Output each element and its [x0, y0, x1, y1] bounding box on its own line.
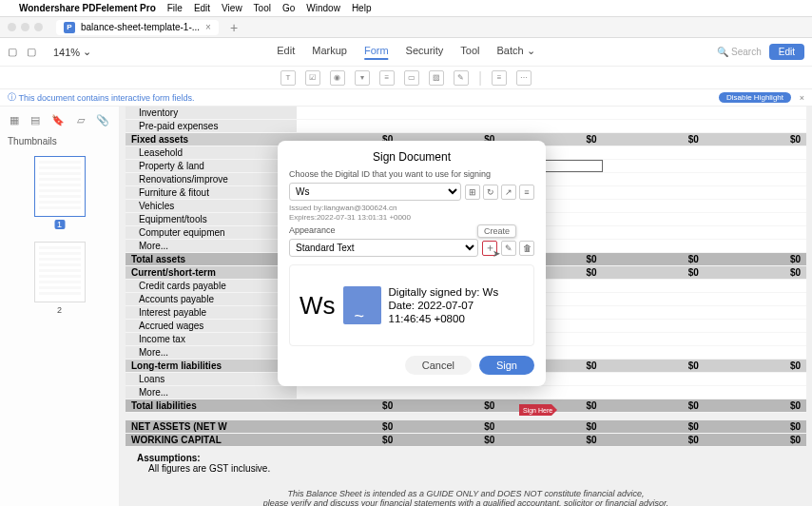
zoom-dropdown[interactable]: 141% ⌄: [53, 46, 91, 58]
menu-help[interactable]: Help: [352, 3, 372, 13]
edit-button[interactable]: Edit: [769, 44, 804, 60]
menu-tool[interactable]: Tool: [254, 3, 271, 13]
cell[interactable]: [297, 120, 398, 132]
cell[interactable]: [705, 213, 806, 225]
disable-highlight-button[interactable]: Disable Highlight: [719, 92, 791, 103]
cell[interactable]: [705, 386, 806, 399]
radio-tool-icon[interactable]: ◉: [330, 70, 345, 86]
menu-view[interactable]: View: [222, 3, 242, 13]
id-list-icon[interactable]: ≡: [519, 185, 534, 200]
close-notice-icon[interactable]: ×: [800, 93, 804, 103]
digital-id-select[interactable]: Ws: [289, 183, 461, 201]
cell[interactable]: [398, 386, 500, 399]
sign-here-arrow[interactable]: Sign Here: [519, 404, 557, 416]
tab-security[interactable]: Security: [406, 45, 444, 60]
appearance-edit-icon[interactable]: ✎: [501, 241, 516, 256]
cell[interactable]: [500, 107, 602, 119]
checkbox-tool-icon[interactable]: ☑: [305, 70, 320, 86]
cell[interactable]: [705, 320, 806, 332]
create-appearance-button[interactable]: ＋ Create ➤: [482, 241, 497, 256]
image-tool-icon[interactable]: ▨: [429, 70, 444, 86]
cell[interactable]: [705, 120, 806, 132]
cell[interactable]: [705, 280, 806, 292]
signature-name: Ws: [300, 291, 336, 321]
cell[interactable]: [500, 120, 602, 132]
cell[interactable]: [705, 346, 806, 359]
cell[interactable]: [603, 293, 705, 305]
cell[interactable]: [603, 306, 705, 319]
id-refresh-icon[interactable]: ↻: [483, 185, 498, 200]
cell[interactable]: [398, 120, 500, 132]
tab-form[interactable]: Form: [364, 45, 389, 60]
cell[interactable]: [705, 146, 806, 159]
secondary-panel-icon[interactable]: ▢: [27, 46, 36, 58]
cell[interactable]: [603, 200, 705, 212]
combobox-tool-icon[interactable]: ▾: [355, 70, 370, 86]
more-tool-icon[interactable]: ⋯: [516, 70, 532, 86]
attachments-icon[interactable]: 📎: [96, 114, 109, 126]
cell[interactable]: [603, 186, 705, 199]
comments-icon[interactable]: ▱: [77, 114, 85, 126]
appearance-delete-icon[interactable]: 🗑: [519, 241, 534, 256]
tab-markup[interactable]: Markup: [312, 45, 347, 60]
tab-edit[interactable]: Edit: [277, 45, 295, 60]
cell[interactable]: [705, 373, 806, 385]
id-export-icon[interactable]: ↗: [501, 185, 516, 200]
appearance-select[interactable]: Standard Text: [289, 239, 478, 257]
cell[interactable]: [705, 107, 806, 119]
cancel-button[interactable]: Cancel: [405, 356, 472, 375]
sign-button[interactable]: Sign: [479, 356, 534, 375]
cell[interactable]: [603, 386, 705, 399]
signature-tool-icon[interactable]: ✎: [454, 70, 469, 86]
cell[interactable]: [705, 173, 806, 185]
cell[interactable]: [603, 280, 705, 292]
listbox-tool-icon[interactable]: ≡: [379, 70, 395, 86]
cell[interactable]: [603, 107, 705, 119]
cell[interactable]: [603, 146, 705, 159]
cell[interactable]: [398, 107, 500, 119]
attachments-tab-icon[interactable]: 🔖: [51, 114, 65, 126]
button-tool-icon[interactable]: ▭: [404, 70, 419, 86]
cell[interactable]: [603, 320, 705, 332]
id-add-icon[interactable]: ⊞: [465, 185, 480, 200]
add-tab-icon[interactable]: +: [230, 20, 238, 35]
menu-file[interactable]: File: [167, 3, 183, 13]
cell[interactable]: [500, 386, 602, 399]
cell[interactable]: [603, 240, 705, 252]
panel-toggle-icon[interactable]: ▢: [8, 46, 17, 58]
menu-go[interactable]: Go: [282, 3, 295, 13]
cell[interactable]: [603, 333, 705, 345]
page-thumbnail-2[interactable]: 2: [34, 242, 86, 302]
thumbnails-icon[interactable]: ▦: [10, 114, 19, 126]
cell[interactable]: [705, 240, 806, 252]
tab-tool[interactable]: Tool: [460, 45, 479, 60]
bookmarks-icon[interactable]: ▤: [30, 114, 40, 126]
tab-batch[interactable]: Batch ⌄: [497, 45, 535, 60]
cell[interactable]: [603, 160, 705, 172]
close-tab-icon[interactable]: ×: [205, 22, 211, 32]
textfield-tool-icon[interactable]: T: [280, 70, 296, 86]
cell[interactable]: [705, 293, 806, 305]
cell[interactable]: [705, 306, 806, 319]
cell[interactable]: [603, 226, 705, 239]
cell[interactable]: [603, 213, 705, 225]
align-tool-icon[interactable]: ≡: [492, 70, 507, 86]
cell[interactable]: [603, 373, 705, 385]
cell[interactable]: [705, 333, 806, 345]
menu-edit[interactable]: Edit: [194, 3, 210, 13]
assumptions-heading: Assumptions:: [137, 453, 795, 463]
cell[interactable]: [297, 107, 398, 119]
page-thumbnail-1[interactable]: 1: [34, 156, 86, 217]
cell[interactable]: [603, 120, 705, 132]
cell[interactable]: [297, 386, 398, 399]
menu-window[interactable]: Window: [306, 3, 340, 13]
search-input[interactable]: 🔍 Search: [717, 47, 761, 57]
cell[interactable]: [705, 226, 806, 239]
document-tab[interactable]: P balance-sheet-template-1-... ×: [56, 20, 219, 35]
cell[interactable]: [705, 160, 806, 172]
cell[interactable]: [603, 346, 705, 359]
cell[interactable]: [603, 173, 705, 185]
traffic-lights[interactable]: [8, 23, 43, 31]
cell[interactable]: [705, 200, 806, 212]
cell[interactable]: [705, 186, 806, 199]
